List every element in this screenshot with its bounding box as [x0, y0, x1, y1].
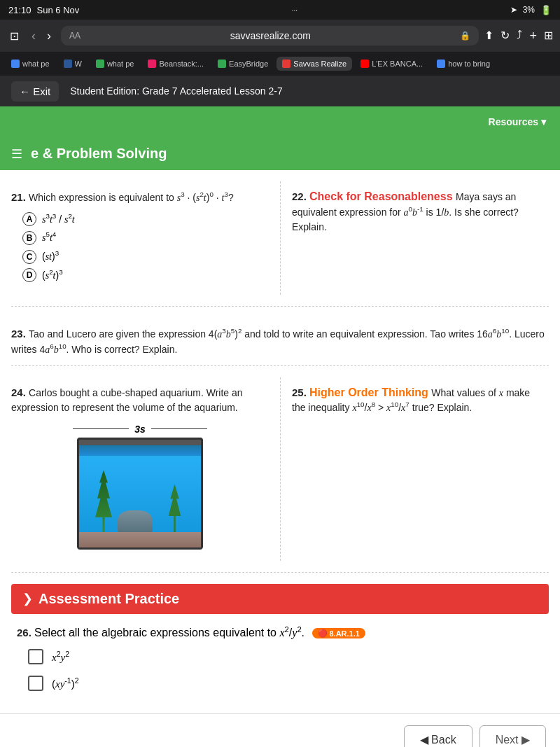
choice-D-letter: D [22, 268, 36, 282]
problem-26-number: 26. [17, 627, 34, 638]
share-icon[interactable]: ⬆ [484, 29, 493, 43]
problem-25: 25. Higher Order Thinking What values of… [280, 377, 549, 561]
next-label: Next ▶ [496, 733, 530, 746]
lesson-title: Student Edition: Grade 7 Accelerated Les… [70, 85, 283, 97]
tab-label-lex: L'EX BANCA... [372, 60, 423, 68]
tab-g2[interactable]: what pe [90, 57, 140, 71]
back-button[interactable]: ◀ Back [404, 725, 472, 747]
choice-A: A s3t3 / s2t [22, 212, 269, 227]
problem-22-number: 22. [292, 190, 309, 202]
resources-bar: Resources ▾ [0, 106, 560, 137]
choice-C-expr: (st)3 [42, 249, 59, 263]
status-time-date: 21:10 Sun 6 Nov [8, 5, 79, 15]
choice-x2y2: x2y2 [28, 649, 543, 664]
tab-favicon-w [64, 60, 72, 68]
battery-text: 3% [523, 5, 535, 15]
back-nav-icon[interactable]: ‹ [27, 27, 40, 45]
checkbox-x2y2[interactable] [28, 649, 43, 664]
tab-favicon-lex [360, 60, 369, 68]
tabs-grid-icon[interactable]: ⊞ [544, 29, 553, 43]
forward-nav-icon[interactable]: › [43, 27, 55, 45]
refresh-icon[interactable]: ↻ [500, 29, 510, 43]
status-icons: ➤ 3% 🔋 [510, 5, 552, 15]
problem-24-text: Carlos bought a cube-shaped aquarium. Wr… [11, 387, 243, 413]
battery-icon: 🔋 [540, 5, 552, 15]
problem-row-24-25: 24. Carlos bought a cube-shaped aquarium… [11, 377, 549, 573]
assessment-header: ❯ Assessment Practice [11, 584, 549, 614]
problem-26-text: 26. Select all the algebraic expressions… [17, 625, 543, 639]
aquarium-image [77, 438, 203, 550]
back-label: ◀ Back [420, 733, 456, 746]
tab-label: what pe [22, 60, 50, 68]
tab-label-savvas: Savvas Realize [293, 60, 346, 68]
problem-25-number: 25. [292, 386, 309, 398]
tab-favicon-easy [218, 60, 226, 68]
problem-23-number: 23. [11, 328, 29, 340]
assessment-problem-26: 26. Select all the algebraic expressions… [11, 625, 549, 691]
checkbox-x2y2-label: x2y2 [52, 650, 69, 664]
problem-21-text: Which expression is equivalent to s3 · (… [29, 192, 234, 203]
tab-favicon-g2 [96, 60, 104, 68]
tab-label-how: how to bring [448, 60, 490, 68]
aquarium-sand [79, 532, 201, 547]
tab-howtobring[interactable]: how to bring [431, 57, 496, 71]
tab-label-easy: EasyBridge [229, 60, 268, 68]
upload-icon[interactable]: ⤴ [517, 29, 522, 43]
sidebar-toggle-icon[interactable]: ⊡ [7, 27, 22, 46]
aquarium-glass-top [79, 440, 201, 445]
status-dots: ··· [292, 6, 298, 14]
size-text: 3s [134, 424, 146, 435]
problem-21-number: 21. [11, 191, 29, 203]
next-button[interactable]: Next ▶ [479, 725, 546, 747]
hamburger-icon[interactable]: ☰ [11, 146, 22, 162]
problems-area: 21. Which expression is equivalent to s3… [0, 170, 560, 713]
status-date: Sun 6 Nov [37, 5, 80, 15]
tab-whatpe[interactable]: what pe [6, 57, 55, 71]
problem-24: 24. Carlos bought a cube-shaped aquarium… [11, 377, 280, 561]
browser-bar: ⊡ ‹ › AA savvasrealize.com 🔒 ⬆ ↻ ⤴ + ⊞ [0, 20, 560, 52]
resources-label: Resources ▾ [489, 116, 546, 127]
tabs-bar: what pe W what pe Beanstack:... EasyBrid… [0, 52, 560, 76]
tab-beanstack[interactable]: Beanstack:... [142, 57, 209, 71]
address-text: savvasrealize.com [85, 30, 456, 41]
aquarium-size-label: 3s [11, 424, 269, 435]
choice-C: C (st)3 [22, 249, 269, 264]
problem-22-label: Check for Reasonableness [309, 190, 453, 202]
problem-23: 23. Tao and Lucero are given the express… [11, 318, 549, 365]
address-bar[interactable]: AA savvasrealize.com 🔒 [61, 26, 479, 46]
page-content: Resources ▾ ☰ e & Problem Solving 21. Wh… [0, 106, 560, 747]
tab-label-g2: what pe [107, 60, 134, 68]
lock-icon: 🔒 [460, 31, 470, 41]
tab-label-w: W [75, 60, 82, 68]
tab-favicon-bean [148, 60, 156, 68]
choice-A-expr: s3t3 / s2t [42, 212, 75, 225]
font-size-label: AA [69, 31, 80, 41]
aquarium-container: 3s [11, 424, 269, 552]
choice-D: D (s2t)3 [22, 268, 269, 283]
tab-label-bean: Beanstack:... [159, 60, 204, 68]
section-title: e & Problem Solving [31, 146, 167, 162]
assessment-choices: x2y2 (xy-1)2 [17, 649, 543, 691]
choice-B: B s5t4 [22, 230, 269, 245]
add-tab-icon[interactable]: + [529, 29, 537, 43]
exit-label: ← Exit [20, 85, 50, 97]
status-time: 21:10 [8, 5, 31, 15]
problem-21: 21. Which expression is equivalent to s3… [11, 181, 280, 295]
resources-button[interactable]: Resources ▾ [489, 116, 546, 127]
tab-easybridge[interactable]: EasyBridge [212, 57, 274, 71]
problem-22: 22. Check for Reasonableness Maya says a… [280, 181, 549, 295]
exit-button[interactable]: ← Exit [11, 81, 59, 102]
nav-footer: ◀ Back Next ▶ [0, 713, 560, 747]
standard-badge: 🔴 8.AR.1.1 [312, 628, 365, 638]
status-bar: 21:10 Sun 6 Nov ··· ➤ 3% 🔋 [0, 0, 560, 20]
choice-B-expr: s5t4 [42, 230, 56, 244]
checkbox-xy-inv[interactable] [28, 676, 43, 691]
problem-row-21-22: 21. Which expression is equivalent to s3… [11, 181, 549, 307]
size-line-left [73, 428, 129, 430]
tab-lex[interactable]: L'EX BANCA... [355, 57, 428, 71]
problem-26-body: Select all the algebraic expressions equ… [34, 627, 365, 638]
tab-savvas[interactable]: Savvas Realize [276, 57, 352, 71]
tab-word[interactable]: W [58, 57, 88, 71]
arrow-icon: ➤ [510, 5, 517, 15]
problem-21-choices: A s3t3 / s2t B s5t4 C (st [22, 212, 269, 283]
